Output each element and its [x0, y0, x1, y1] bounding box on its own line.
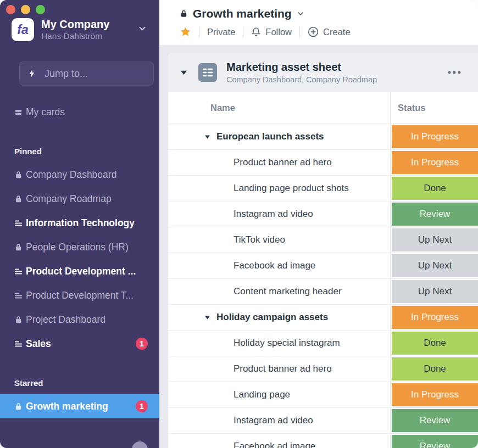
- status-cell[interactable]: In Progress: [390, 124, 478, 149]
- status-cell[interactable]: In Progress: [390, 305, 478, 330]
- table-row[interactable]: Product banner ad heroDone: [168, 356, 478, 382]
- create-button[interactable]: Create: [308, 26, 351, 37]
- sidebar-item-my-cards[interactable]: My cards: [0, 100, 159, 124]
- minimize-button[interactable]: [21, 5, 30, 14]
- chevron-down-icon[interactable]: [137, 24, 147, 36]
- table-row[interactable]: Landing page product shotsDone: [168, 176, 478, 201]
- column-header-name[interactable]: Name: [168, 92, 390, 124]
- card-title: Facebook ad image: [234, 441, 315, 448]
- name-cell[interactable]: Instagram ad video: [168, 408, 390, 433]
- card-title: TikTok video: [234, 234, 285, 245]
- status-cell[interactable]: Done: [390, 331, 478, 356]
- create-label: Create: [323, 27, 351, 37]
- table-row[interactable]: Landing pageIn Progress: [168, 382, 478, 408]
- sidebar-item-project-dashboard[interactable]: Project Dashboard: [0, 307, 159, 332]
- status-badge[interactable]: Up Next: [392, 280, 478, 303]
- table-column-header: Name Status: [168, 92, 478, 124]
- sidebar-item-company-roadmap[interactable]: Company Roadmap: [0, 187, 159, 211]
- privacy-label: Private: [207, 27, 235, 37]
- status-cell[interactable]: Up Next: [390, 279, 478, 304]
- collapse-triangle-icon[interactable]: [180, 70, 187, 76]
- table-row[interactable]: Product banner ad heroIn Progress: [168, 150, 478, 176]
- name-cell[interactable]: TikTok video: [168, 227, 390, 253]
- status-badge[interactable]: In Progress: [392, 383, 478, 406]
- sidebar-item-information-technology[interactable]: Information Technology: [0, 211, 159, 235]
- status-badge[interactable]: Done: [392, 332, 478, 355]
- status-badge[interactable]: In Progress: [392, 306, 478, 329]
- workspace-info: My Company Hans Dahlström: [41, 18, 137, 41]
- sidebar-item-product-development[interactable]: Product Development ...: [0, 259, 159, 283]
- lock-icon: [14, 402, 23, 411]
- chevron-down-icon[interactable]: [296, 9, 305, 18]
- sidebar-item-growth-marketing[interactable]: Growth marketing1: [0, 394, 159, 418]
- card-title: Product banner ad hero: [234, 157, 332, 168]
- sidebar-item-product-development-t[interactable]: Product Development T...: [0, 283, 159, 307]
- table-row[interactable]: Instagram ad videoReview: [168, 408, 478, 434]
- board-icon: [14, 219, 23, 227]
- name-cell[interactable]: Product banner ad hero: [168, 150, 390, 175]
- name-cell[interactable]: Product banner ad hero: [168, 356, 390, 382]
- sidebar-item-label: Project Dashboard: [26, 314, 105, 326]
- board-icon: [14, 339, 23, 348]
- divider: [199, 26, 199, 37]
- sidebar-item-people-operations-hr[interactable]: People Operations (HR): [0, 235, 159, 259]
- name-cell[interactable]: Landing page: [168, 382, 390, 407]
- divider: [299, 26, 300, 37]
- collapse-triangle-icon[interactable]: [204, 135, 210, 139]
- table-row[interactable]: TikTok videoUp Next: [168, 227, 478, 253]
- sidebar-item-sales[interactable]: Sales1: [0, 332, 159, 356]
- status-badge[interactable]: Review: [392, 435, 478, 448]
- status-cell[interactable]: In Progress: [390, 382, 478, 407]
- table-row[interactable]: Holiday campaign assetsIn Progress: [168, 305, 478, 331]
- jump-to-search[interactable]: Jump to...: [19, 61, 154, 86]
- status-badge[interactable]: Done: [392, 177, 478, 200]
- name-cell[interactable]: Instagram ad video: [168, 201, 390, 227]
- status-badge[interactable]: Up Next: [392, 254, 478, 277]
- workspace-switcher[interactable]: fa My Company Hans Dahlström: [12, 18, 151, 41]
- status-badge[interactable]: Up Next: [392, 228, 478, 251]
- name-cell[interactable]: Content marketing header: [168, 279, 390, 304]
- name-cell[interactable]: Landing page product shots: [168, 176, 390, 201]
- status-badge[interactable]: In Progress: [392, 151, 478, 174]
- collection-header: Growth marketing Private Fol: [159, 0, 478, 45]
- status-cell[interactable]: Review: [390, 434, 478, 448]
- table-row[interactable]: Content marketing headerUp Next: [168, 279, 478, 305]
- collapse-triangle-icon[interactable]: [204, 315, 210, 320]
- close-button[interactable]: [6, 5, 15, 14]
- sidebar-item-company-dashboard[interactable]: Company Dashboard: [0, 163, 159, 187]
- table-row[interactable]: Instagram ad videoReview: [168, 201, 478, 227]
- ellipsis-icon[interactable]: [447, 70, 462, 75]
- follow-button[interactable]: Follow: [251, 27, 292, 37]
- lightning-icon: [27, 69, 36, 79]
- status-cell[interactable]: Done: [390, 356, 478, 382]
- table-row[interactable]: European launch assetsIn Progress: [168, 124, 478, 150]
- privacy-button[interactable]: Private: [207, 27, 235, 37]
- column-header-status[interactable]: Status: [390, 92, 478, 124]
- zoom-button[interactable]: [36, 5, 45, 14]
- name-cell[interactable]: European launch assets: [168, 124, 390, 149]
- status-cell[interactable]: Review: [390, 408, 478, 433]
- name-cell[interactable]: Facebook ad image: [168, 434, 390, 448]
- status-badge[interactable]: Review: [392, 203, 478, 226]
- divider: [243, 26, 243, 37]
- sidebar-bottom-button[interactable]: [132, 441, 148, 448]
- table-row[interactable]: Holiday special instagramDone: [168, 331, 478, 356]
- status-badge[interactable]: Done: [392, 357, 478, 380]
- sheet-widget: Marketing asset sheet Company Dashboard,…: [168, 53, 478, 448]
- name-cell[interactable]: Facebook ad image: [168, 253, 390, 278]
- card-title: Landing page product shots: [234, 183, 349, 194]
- lock-icon: [14, 194, 23, 203]
- name-cell[interactable]: Holiday special instagram: [168, 331, 390, 356]
- status-cell[interactable]: Up Next: [390, 227, 478, 253]
- table-row[interactable]: Facebook ad imageReview: [168, 434, 478, 448]
- star-icon[interactable]: [180, 26, 191, 37]
- status-cell[interactable]: Review: [390, 201, 478, 227]
- status-badge[interactable]: Review: [392, 409, 478, 432]
- status-cell[interactable]: Up Next: [390, 253, 478, 278]
- status-badge[interactable]: In Progress: [392, 125, 478, 148]
- status-cell[interactable]: In Progress: [390, 150, 478, 175]
- name-cell[interactable]: Holiday campaign assets: [168, 305, 390, 330]
- table-row[interactable]: Facebook ad imageUp Next: [168, 253, 478, 279]
- sidebar-nav: My cardsPinnedCompany DashboardCompany R…: [0, 100, 159, 418]
- status-cell[interactable]: Done: [390, 176, 478, 201]
